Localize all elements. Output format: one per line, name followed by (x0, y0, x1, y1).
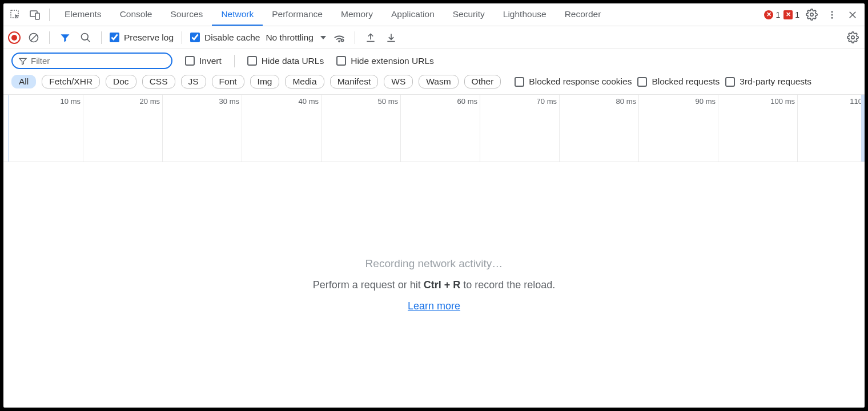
export-har-icon[interactable] (363, 30, 378, 45)
divider (49, 31, 50, 44)
disable-cache-checkbox[interactable]: Disable cache (190, 33, 260, 43)
chip-doc[interactable]: Doc (106, 75, 136, 88)
tick-label: 60 ms (457, 97, 480, 106)
svg-point-11 (851, 36, 854, 39)
type-filter-row: All Fetch/XHR Doc CSS JS Font Img Media … (3, 70, 865, 95)
empty-post: to record the reload. (460, 279, 555, 291)
chip-css[interactable]: CSS (142, 75, 175, 88)
tab-memory[interactable]: Memory (332, 3, 382, 26)
devtools-window: Elements Console Sources Network Perform… (3, 3, 865, 408)
svg-point-9 (339, 41, 340, 42)
svg-point-10 (341, 39, 343, 41)
svg-point-5 (831, 14, 833, 15)
timeline-tick (242, 95, 242, 162)
inspect-element-icon[interactable] (7, 6, 24, 23)
timeline-scroll-hint (861, 95, 865, 162)
error-icon: ✕ (764, 10, 773, 19)
chip-media[interactable]: Media (285, 75, 324, 88)
import-har-icon[interactable] (384, 30, 399, 45)
chip-ws[interactable]: WS (384, 75, 413, 88)
checkbox-icon (185, 56, 195, 66)
disable-cache-input[interactable] (190, 33, 200, 42)
blocked-requests-label: Blocked requests (652, 76, 720, 87)
tick-label: 70 ms (537, 97, 559, 106)
timeline-tick (162, 95, 163, 162)
third-party-checkbox[interactable]: 3rd-party requests (725, 76, 811, 87)
chip-img[interactable]: Img (250, 75, 280, 88)
empty-subtitle: Perform a request or hit Ctrl + R to rec… (313, 279, 556, 291)
blocked-cookies-checkbox[interactable]: Blocked response cookies (515, 76, 632, 87)
checkbox-icon (725, 77, 735, 87)
tab-sources[interactable]: Sources (162, 3, 212, 26)
filter-toggle-icon[interactable] (58, 30, 73, 45)
tick-label: 40 ms (299, 97, 321, 106)
svg-point-8 (82, 33, 89, 40)
tick-label: 10 ms (61, 97, 83, 106)
settings-icon[interactable] (803, 6, 820, 23)
invert-checkbox[interactable]: Invert (185, 56, 222, 66)
chip-font[interactable]: Font (212, 75, 244, 88)
tab-lighthouse[interactable]: Lighthouse (494, 3, 556, 26)
tab-performance[interactable]: Performance (263, 3, 332, 26)
timeline-tick (718, 95, 718, 162)
record-button[interactable] (8, 31, 21, 44)
svg-point-3 (810, 13, 813, 16)
chip-all[interactable]: All (11, 75, 36, 88)
network-conditions-icon[interactable] (332, 30, 347, 45)
hide-extension-urls-checkbox[interactable]: Hide extension URLs (336, 56, 434, 66)
timeline-tick (480, 95, 480, 162)
search-icon[interactable] (78, 30, 93, 45)
chip-other[interactable]: Other (464, 75, 501, 88)
checkbox-icon (247, 56, 257, 66)
preserve-log-checkbox[interactable]: Preserve log (110, 33, 174, 43)
more-menu-icon[interactable] (823, 6, 841, 23)
filter-input[interactable] (31, 56, 164, 66)
device-toolbar-icon[interactable] (26, 6, 43, 23)
main-tabbar: Elements Console Sources Network Perform… (3, 3, 865, 26)
waterfall-timeline[interactable]: 10 ms 20 ms 30 ms 40 ms 50 ms 60 ms 70 m… (3, 95, 865, 162)
errors-badge[interactable]: ✕ 1 (764, 10, 780, 19)
timeline-tick (797, 95, 798, 162)
empty-pre: Perform a request or hit (313, 279, 424, 291)
hide-data-urls-label: Hide data URLs (262, 56, 324, 66)
checkbox-icon (336, 56, 346, 66)
throttling-select[interactable]: No throttling (266, 33, 326, 43)
timeline-start (8, 95, 9, 162)
tick-label: 20 ms (140, 97, 162, 106)
tab-console[interactable]: Console (111, 3, 162, 26)
divider (49, 9, 50, 21)
tab-elements[interactable]: Elements (55, 3, 111, 26)
empty-title: Recording network activity… (365, 257, 503, 270)
tick-label: 80 ms (616, 97, 638, 106)
chip-wasm[interactable]: Wasm (419, 75, 458, 88)
chevron-down-icon (320, 36, 326, 39)
blocked-requests-checkbox[interactable]: Blocked requests (637, 76, 720, 87)
checkbox-icon (515, 77, 524, 87)
divider (234, 55, 235, 67)
issues-count: 1 (795, 10, 799, 19)
learn-more-link[interactable]: Learn more (408, 300, 460, 312)
third-party-label: 3rd-party requests (740, 76, 811, 87)
clear-icon[interactable] (26, 30, 41, 45)
hide-data-urls-checkbox[interactable]: Hide data URLs (247, 56, 324, 66)
chip-fetch-xhr[interactable]: Fetch/XHR (42, 75, 100, 88)
network-settings-icon[interactable] (845, 30, 860, 45)
invert-label: Invert (199, 56, 222, 66)
filter-row: Invert Hide data URLs Hide extension URL… (3, 49, 865, 70)
chip-js[interactable]: JS (181, 75, 206, 88)
preserve-log-input[interactable] (110, 33, 119, 42)
issues-badge[interactable]: ✕ 1 (783, 10, 799, 19)
tab-recorder[interactable]: Recorder (556, 3, 610, 26)
filter-input-wrap[interactable] (11, 53, 172, 69)
network-toolbar: Preserve log Disable cache No throttling (3, 26, 865, 49)
timeline-tick (83, 95, 83, 162)
checkbox-icon (637, 77, 647, 87)
tab-application[interactable]: Application (382, 3, 444, 26)
close-icon[interactable] (844, 6, 861, 23)
tab-network[interactable]: Network (212, 3, 263, 26)
chip-manifest[interactable]: Manifest (330, 75, 379, 88)
blocked-cookies-label: Blocked response cookies (529, 76, 632, 87)
tab-security[interactable]: Security (444, 3, 494, 26)
svg-point-6 (831, 17, 833, 18)
timeline-tick (321, 95, 322, 162)
